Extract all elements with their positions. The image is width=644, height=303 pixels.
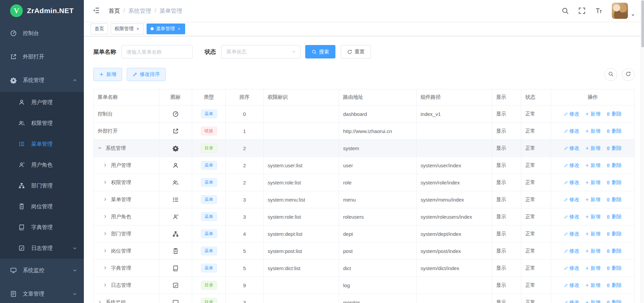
font-size-icon[interactable] — [595, 7, 602, 14]
sidebar-item-article[interactable]: 文章管理 — [0, 282, 84, 303]
delete-link[interactable]: 删除 — [606, 179, 622, 186]
delete-link[interactable]: 删除 — [606, 248, 622, 254]
add-link[interactable]: 新增 — [585, 179, 601, 186]
edit-link[interactable]: 修改 — [564, 299, 580, 303]
table-row-5[interactable]: 菜单管理菜单3system:menu:listmenusystem/menu/i… — [94, 191, 635, 208]
sidebar-subitem-users[interactable]: 权限管理 — [0, 113, 84, 134]
sidebar-subitem-user[interactable]: 用户管理 — [0, 92, 84, 113]
search-button[interactable]: 搜索 — [305, 45, 335, 58]
tab-0[interactable]: 首页 — [91, 24, 108, 34]
sidebar-item-gear[interactable]: 系统管理 — [0, 69, 84, 92]
row-expand-toggle[interactable] — [98, 145, 106, 151]
table-body: 控制台菜单0dashboardindex_v1显示正常修改新增删除外部打开链接1… — [94, 105, 635, 303]
row-expand-toggle[interactable] — [103, 231, 111, 237]
refresh-table-button[interactable] — [622, 68, 635, 81]
delete-link[interactable]: 删除 — [606, 299, 622, 303]
delete-link[interactable]: 删除 — [606, 197, 622, 203]
sidebar-toggle-button[interactable] — [93, 7, 100, 15]
row-expand-toggle[interactable] — [103, 265, 111, 271]
caret-down-icon[interactable] — [631, 13, 635, 17]
table-row-7[interactable]: 部门管理菜单4system:dept:listdeptsystem/dept/i… — [94, 225, 635, 243]
row-expand-toggle[interactable] — [103, 163, 111, 168]
add-link[interactable]: 新增 — [585, 128, 601, 134]
menu-name-input[interactable] — [121, 45, 193, 58]
add-link[interactable]: 新增 — [585, 197, 601, 203]
edit-link[interactable]: 修改 — [564, 128, 580, 134]
header-search-icon[interactable] — [561, 7, 569, 14]
edit-link[interactable]: 修改 — [564, 282, 580, 289]
delete-link[interactable]: 删除 — [606, 282, 622, 289]
add-link[interactable]: 新增 — [585, 145, 601, 152]
sidebar-subitem-menu-list[interactable]: 菜单管理 — [0, 134, 84, 155]
toggle-search-button[interactable] — [604, 68, 617, 81]
tab-1[interactable]: 权限管理 — [111, 24, 144, 34]
table-row-3[interactable]: 用户管理菜单2system:user:listusersystem/user/i… — [94, 157, 635, 174]
tab-2[interactable]: 菜单管理 — [147, 24, 185, 34]
edit-link[interactable]: 修改 — [564, 231, 580, 237]
delete-link[interactable]: 删除 — [606, 145, 622, 152]
table-row-2[interactable]: 系统管理目录2system显示正常修改新增删除 — [94, 140, 635, 157]
sidebar-subitem-dict[interactable]: 字典管理 — [0, 217, 84, 238]
add-link[interactable]: 新增 — [585, 214, 601, 220]
close-icon[interactable] — [177, 27, 181, 31]
dict-icon — [18, 224, 25, 231]
edit-link[interactable]: 修改 — [564, 111, 580, 117]
add-link[interactable]: 新增 — [585, 265, 601, 271]
users-icon — [18, 120, 25, 127]
edit-link[interactable]: 修改 — [564, 214, 580, 220]
sidebar-item-dashboard[interactable]: 控制台 — [0, 21, 84, 45]
edit-link[interactable]: 修改 — [564, 265, 580, 271]
edit-link[interactable]: 修改 — [564, 248, 580, 254]
table-row-6[interactable]: 用户角色菜单3system:role:listroleuserssystem/r… — [94, 208, 635, 225]
row-expand-toggle[interactable] — [103, 197, 111, 203]
breadcrumb-item-0[interactable]: 首页 — [109, 7, 120, 15]
table-row-9[interactable]: 字典管理菜单5system:dict:listdictsystem/dict/i… — [94, 260, 635, 277]
app-logo[interactable]: V ZrAdmin.NET — [0, 0, 84, 21]
close-icon[interactable] — [136, 27, 140, 31]
table-row-11[interactable]: 系统监控目录3monitor显示正常修改新增删除 — [94, 294, 635, 303]
row-expand-toggle[interactable] — [103, 283, 111, 288]
sort-button[interactable]: 修改排序 — [127, 68, 166, 81]
status-select[interactable]: 菜单状态 — [221, 45, 301, 58]
row-expand-toggle[interactable] — [103, 214, 111, 220]
add-link[interactable]: 新增 — [585, 299, 601, 303]
add-button[interactable]: 新增 — [93, 68, 122, 81]
row-expand-toggle[interactable] — [98, 300, 106, 303]
delete-link[interactable]: 删除 — [606, 265, 622, 271]
add-link[interactable]: 新增 — [585, 282, 601, 289]
scrollbar-thumb[interactable] — [641, 0, 644, 47]
add-link[interactable]: 新增 — [585, 248, 601, 254]
top-navbar: 首页/系统管理/菜单管理 — [84, 0, 644, 21]
avatar[interactable] — [612, 3, 628, 19]
perm-value — [264, 105, 339, 123]
table-row-4[interactable]: 权限管理菜单2system:role:listrolesystem/role/i… — [94, 174, 635, 191]
sidebar-item-monitor[interactable]: 系统监控 — [0, 259, 84, 282]
edit-link[interactable]: 修改 — [564, 145, 580, 152]
edit-link[interactable]: 修改 — [564, 197, 580, 203]
table-row-0[interactable]: 控制台菜单0dashboardindex_v1显示正常修改新增删除 — [94, 105, 635, 123]
delete-link[interactable]: 删除 — [606, 231, 622, 237]
reset-button[interactable]: 重置 — [341, 45, 371, 58]
edit-link[interactable]: 修改 — [564, 162, 580, 169]
sidebar-subitem-tree[interactable]: 部门管理 — [0, 175, 84, 196]
table-row-1[interactable]: 外部打开链接1http://www.izhaorui.cn显示正常修改新增删除 — [94, 123, 635, 140]
table-row-10[interactable]: 日志管理目录9log显示正常修改新增删除 — [94, 277, 635, 294]
edit-link[interactable]: 修改 — [564, 179, 580, 186]
delete-link[interactable]: 删除 — [606, 162, 622, 169]
sidebar-subitem-post[interactable]: 岗位管理 — [0, 196, 84, 217]
sidebar-item-external-link[interactable]: 外部打开 — [0, 45, 84, 69]
visible-value: 显示 — [492, 105, 521, 123]
add-link[interactable]: 新增 — [585, 162, 601, 169]
row-expand-toggle[interactable] — [103, 180, 111, 185]
add-link[interactable]: 新增 — [585, 231, 601, 237]
fullscreen-icon[interactable] — [578, 7, 586, 14]
delete-link[interactable]: 删除 — [606, 111, 622, 117]
delete-link[interactable]: 删除 — [606, 214, 622, 220]
row-expand-toggle[interactable] — [103, 248, 111, 254]
table-row-8[interactable]: 岗位管理菜单5system:post:listpostsystem/post/i… — [94, 243, 635, 260]
page-scrollbar[interactable] — [641, 0, 644, 303]
add-link[interactable]: 新增 — [585, 111, 601, 117]
sidebar-subitem-user-role[interactable]: 用户角色 — [0, 155, 84, 175]
delete-link[interactable]: 删除 — [606, 128, 622, 134]
sidebar-subitem-log[interactable]: 日志管理 — [0, 238, 84, 259]
